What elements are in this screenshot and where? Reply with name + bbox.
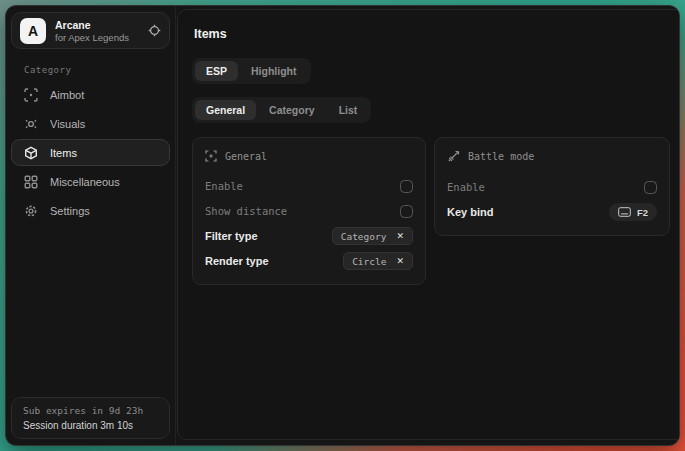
app-logo: A — [20, 18, 46, 44]
setting-label: Enable — [205, 180, 243, 192]
sidebar-item-label: Aimbot — [50, 89, 84, 101]
render-type-chip[interactable]: Circle ✕ — [343, 252, 413, 270]
setting-label: Key bind — [447, 206, 493, 218]
setting-row-enable: Enable — [205, 175, 413, 197]
main-panel: Items ESP Highlight General Category Lis… — [177, 9, 680, 440]
setting-label: Show distance — [205, 205, 287, 217]
sidebar-item-label: Miscellaneous — [50, 176, 120, 188]
brand-card: A Arcane for Apex Legends — [11, 12, 170, 49]
sidebar-item-aimbot[interactable]: Aimbot — [11, 81, 170, 108]
sidebar-item-miscellaneous[interactable]: Miscellaneous — [11, 168, 170, 195]
grid-icon — [24, 175, 38, 189]
gear-icon — [24, 204, 38, 218]
general-panel-title: General — [225, 151, 267, 162]
chip-remove-icon[interactable]: ✕ — [396, 257, 404, 266]
scan-icon — [205, 150, 217, 162]
setting-row-filter-type: Filter type Category ✕ — [205, 225, 413, 247]
tab-list[interactable]: List — [328, 100, 369, 120]
setting-label: Enable — [447, 181, 485, 193]
crosshair-icon — [24, 88, 38, 102]
keybind-value: F2 — [637, 207, 648, 218]
package-icon — [24, 146, 38, 160]
setting-row-show-distance: Show distance — [205, 200, 413, 222]
session-duration-text: Session duration 3m 10s — [23, 420, 158, 431]
battle-panel-title: Battle mode — [468, 151, 534, 162]
page-title: Items — [194, 27, 670, 41]
show-distance-checkbox[interactable] — [400, 205, 413, 218]
chip-value: Category — [341, 231, 387, 242]
mode-tabs: ESP Highlight — [192, 58, 311, 84]
sidebar-item-settings[interactable]: Settings — [11, 197, 170, 224]
general-panel-header: General — [205, 150, 413, 162]
keybind-button[interactable]: F2 — [609, 203, 657, 221]
sidebar-item-label: Visuals — [50, 118, 85, 130]
app-window: A Arcane for Apex Legends Category — [5, 5, 680, 446]
sword-icon — [447, 150, 460, 163]
eye-icon — [24, 117, 38, 131]
setting-row-battle-enable: Enable — [447, 176, 657, 198]
brand-title: Arcane — [55, 19, 129, 31]
setting-label: Filter type — [205, 230, 258, 242]
sidebar-nav: Aimbot Visuals — [11, 81, 170, 224]
panels-container: General Enable Show distance Filter type… — [192, 137, 670, 285]
tab-general[interactable]: General — [195, 100, 256, 120]
filter-type-chip[interactable]: Category ✕ — [332, 227, 413, 245]
setting-row-render-type: Render type Circle ✕ — [205, 250, 413, 272]
chip-value: Circle — [352, 256, 386, 267]
sidebar-item-visuals[interactable]: Visuals — [11, 110, 170, 137]
sub-expires-text: Sub expires in 9d 23h — [23, 405, 158, 416]
category-section-label: Category — [24, 65, 170, 75]
chip-remove-icon[interactable]: ✕ — [396, 232, 404, 241]
sidebar-item-items[interactable]: Items — [11, 139, 170, 166]
battle-enable-checkbox[interactable] — [644, 181, 657, 194]
desktop-background: A Arcane for Apex Legends Category — [0, 0, 685, 451]
keyboard-icon — [618, 207, 631, 217]
tab-esp[interactable]: ESP — [195, 61, 238, 81]
sidebar-item-label: Items — [50, 147, 77, 159]
tab-highlight[interactable]: Highlight — [240, 61, 308, 81]
brand-subtitle: for Apex Legends — [55, 32, 129, 43]
tab-category[interactable]: Category — [258, 100, 326, 120]
battle-mode-panel: Battle mode Enable Key bind — [434, 137, 670, 236]
setting-row-key-bind: Key bind F2 — [447, 201, 657, 223]
sidebar-item-label: Settings — [50, 205, 90, 217]
general-panel: General Enable Show distance Filter type… — [192, 137, 426, 285]
target-icon[interactable] — [148, 24, 161, 37]
sub-tabs: General Category List — [192, 97, 371, 123]
battle-panel-header: Battle mode — [447, 150, 657, 163]
setting-label: Render type — [205, 255, 269, 267]
sidebar: A Arcane for Apex Legends Category — [6, 6, 176, 445]
brand-text: Arcane for Apex Legends — [55, 19, 129, 43]
subscription-card: Sub expires in 9d 23h Session duration 3… — [11, 397, 170, 439]
enable-checkbox[interactable] — [400, 180, 413, 193]
